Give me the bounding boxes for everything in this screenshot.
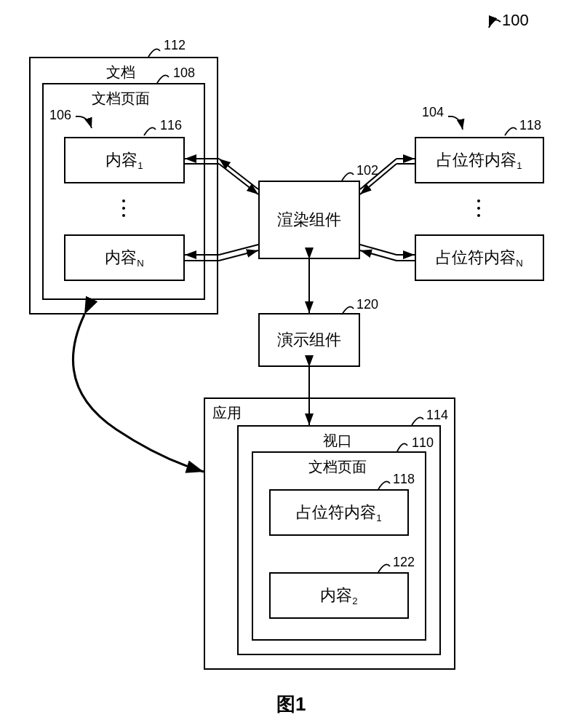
svg-line-4 (219, 245, 258, 255)
content-1-label: 内容1 (105, 149, 143, 171)
ref-118-top: 118 (519, 118, 541, 133)
svg-line-15 (360, 250, 396, 261)
ref-112: 112 (164, 38, 186, 53)
ref-110: 110 (412, 435, 434, 451)
view-placeholder-box: 占位符内容1 (269, 489, 409, 536)
application-label: 应用 (212, 403, 242, 423)
document-label: 文档 (106, 63, 135, 82)
view-content-label: 内容2 (320, 585, 357, 606)
vdots-placeholder (477, 199, 480, 217)
placeholder-1-box: 占位符内容1 (415, 137, 544, 183)
content-n-box: 内容N (64, 234, 185, 281)
document-page-view-label: 文档页面 (308, 457, 367, 477)
present-component-box: 演示组件 (258, 313, 360, 367)
ref-108: 108 (173, 66, 195, 81)
ref-116: 116 (160, 118, 182, 133)
content-1-box: 内容1 (64, 137, 185, 183)
svg-line-12 (360, 245, 396, 255)
content-n-label: 内容N (105, 247, 144, 269)
placeholder-n-label: 占位符内容N (436, 247, 523, 269)
placeholder-1-label: 占位符内容1 (437, 149, 522, 171)
ref-120: 120 (356, 297, 378, 312)
ref-122: 122 (393, 555, 415, 570)
view-placeholder-label: 占位符内容1 (296, 502, 381, 523)
svg-line-1 (219, 164, 258, 194)
vdots-content (122, 199, 125, 217)
ref-102: 102 (356, 163, 378, 178)
ref-118-view: 118 (393, 472, 415, 487)
render-component-label: 渲染组件 (277, 209, 341, 231)
figure-ref-100-text: 100 (502, 11, 529, 29)
svg-line-0 (219, 159, 258, 189)
ref-114: 114 (426, 408, 448, 423)
view-content-box: 内容2 (269, 572, 409, 619)
document-page-top-label: 文档页面 (92, 89, 150, 108)
figure-ref-100: 100 (502, 11, 529, 30)
present-component-label: 演示组件 (277, 329, 341, 351)
ref-104: 104 (422, 105, 444, 120)
viewport-label: 视口 (323, 431, 352, 451)
render-component-box: 渲染组件 (258, 181, 360, 259)
placeholder-n-box: 占位符内容N (415, 234, 544, 281)
svg-line-7 (219, 250, 258, 261)
ref-106: 106 (49, 108, 71, 123)
figure-label: 图1 (276, 692, 306, 717)
